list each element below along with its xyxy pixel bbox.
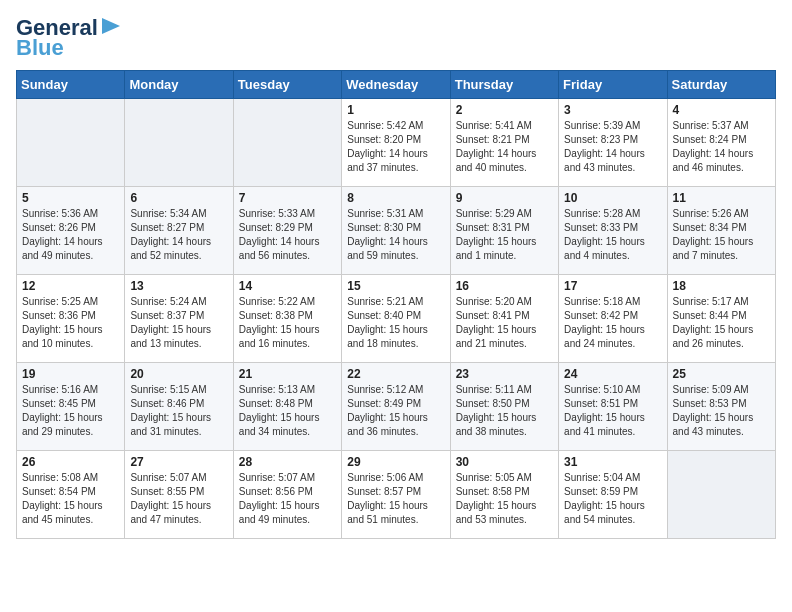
- day-number: 15: [347, 279, 444, 293]
- calendar-header-row: SundayMondayTuesdayWednesdayThursdayFrid…: [17, 71, 776, 99]
- cell-info: Sunrise: 5:28 AM Sunset: 8:33 PM Dayligh…: [564, 207, 661, 263]
- calendar-cell: 30Sunrise: 5:05 AM Sunset: 8:58 PM Dayli…: [450, 451, 558, 539]
- calendar-cell: 22Sunrise: 5:12 AM Sunset: 8:49 PM Dayli…: [342, 363, 450, 451]
- cell-info: Sunrise: 5:06 AM Sunset: 8:57 PM Dayligh…: [347, 471, 444, 527]
- page-header: General Blue: [16, 16, 776, 60]
- calendar-cell: [125, 99, 233, 187]
- cell-info: Sunrise: 5:37 AM Sunset: 8:24 PM Dayligh…: [673, 119, 770, 175]
- calendar-cell: 4Sunrise: 5:37 AM Sunset: 8:24 PM Daylig…: [667, 99, 775, 187]
- calendar-week-row: 5Sunrise: 5:36 AM Sunset: 8:26 PM Daylig…: [17, 187, 776, 275]
- cell-info: Sunrise: 5:25 AM Sunset: 8:36 PM Dayligh…: [22, 295, 119, 351]
- calendar-cell: 7Sunrise: 5:33 AM Sunset: 8:29 PM Daylig…: [233, 187, 341, 275]
- day-number: 12: [22, 279, 119, 293]
- calendar-cell: 19Sunrise: 5:16 AM Sunset: 8:45 PM Dayli…: [17, 363, 125, 451]
- calendar-cell: 20Sunrise: 5:15 AM Sunset: 8:46 PM Dayli…: [125, 363, 233, 451]
- day-number: 16: [456, 279, 553, 293]
- day-number: 19: [22, 367, 119, 381]
- calendar-cell: 28Sunrise: 5:07 AM Sunset: 8:56 PM Dayli…: [233, 451, 341, 539]
- cell-info: Sunrise: 5:04 AM Sunset: 8:59 PM Dayligh…: [564, 471, 661, 527]
- cell-info: Sunrise: 5:07 AM Sunset: 8:55 PM Dayligh…: [130, 471, 227, 527]
- calendar-cell: 10Sunrise: 5:28 AM Sunset: 8:33 PM Dayli…: [559, 187, 667, 275]
- day-number: 11: [673, 191, 770, 205]
- calendar-week-row: 12Sunrise: 5:25 AM Sunset: 8:36 PM Dayli…: [17, 275, 776, 363]
- cell-info: Sunrise: 5:13 AM Sunset: 8:48 PM Dayligh…: [239, 383, 336, 439]
- day-number: 21: [239, 367, 336, 381]
- day-number: 27: [130, 455, 227, 469]
- calendar-cell: 9Sunrise: 5:29 AM Sunset: 8:31 PM Daylig…: [450, 187, 558, 275]
- day-header-tuesday: Tuesday: [233, 71, 341, 99]
- svg-marker-0: [102, 18, 120, 34]
- day-header-sunday: Sunday: [17, 71, 125, 99]
- logo-text-blue: Blue: [16, 36, 64, 60]
- cell-info: Sunrise: 5:39 AM Sunset: 8:23 PM Dayligh…: [564, 119, 661, 175]
- calendar-cell: 8Sunrise: 5:31 AM Sunset: 8:30 PM Daylig…: [342, 187, 450, 275]
- cell-info: Sunrise: 5:08 AM Sunset: 8:54 PM Dayligh…: [22, 471, 119, 527]
- cell-info: Sunrise: 5:18 AM Sunset: 8:42 PM Dayligh…: [564, 295, 661, 351]
- calendar-cell: 26Sunrise: 5:08 AM Sunset: 8:54 PM Dayli…: [17, 451, 125, 539]
- calendar-cell: [17, 99, 125, 187]
- day-number: 1: [347, 103, 444, 117]
- cell-info: Sunrise: 5:05 AM Sunset: 8:58 PM Dayligh…: [456, 471, 553, 527]
- cell-info: Sunrise: 5:26 AM Sunset: 8:34 PM Dayligh…: [673, 207, 770, 263]
- calendar-cell: 29Sunrise: 5:06 AM Sunset: 8:57 PM Dayli…: [342, 451, 450, 539]
- day-number: 10: [564, 191, 661, 205]
- cell-info: Sunrise: 5:16 AM Sunset: 8:45 PM Dayligh…: [22, 383, 119, 439]
- day-header-wednesday: Wednesday: [342, 71, 450, 99]
- calendar-cell: 5Sunrise: 5:36 AM Sunset: 8:26 PM Daylig…: [17, 187, 125, 275]
- day-number: 3: [564, 103, 661, 117]
- day-number: 2: [456, 103, 553, 117]
- cell-info: Sunrise: 5:22 AM Sunset: 8:38 PM Dayligh…: [239, 295, 336, 351]
- cell-info: Sunrise: 5:17 AM Sunset: 8:44 PM Dayligh…: [673, 295, 770, 351]
- day-number: 29: [347, 455, 444, 469]
- calendar-cell: 6Sunrise: 5:34 AM Sunset: 8:27 PM Daylig…: [125, 187, 233, 275]
- cell-info: Sunrise: 5:12 AM Sunset: 8:49 PM Dayligh…: [347, 383, 444, 439]
- calendar-cell: 16Sunrise: 5:20 AM Sunset: 8:41 PM Dayli…: [450, 275, 558, 363]
- calendar-cell: 18Sunrise: 5:17 AM Sunset: 8:44 PM Dayli…: [667, 275, 775, 363]
- cell-info: Sunrise: 5:29 AM Sunset: 8:31 PM Dayligh…: [456, 207, 553, 263]
- day-number: 5: [22, 191, 119, 205]
- cell-info: Sunrise: 5:10 AM Sunset: 8:51 PM Dayligh…: [564, 383, 661, 439]
- day-number: 23: [456, 367, 553, 381]
- day-number: 20: [130, 367, 227, 381]
- cell-info: Sunrise: 5:09 AM Sunset: 8:53 PM Dayligh…: [673, 383, 770, 439]
- cell-info: Sunrise: 5:34 AM Sunset: 8:27 PM Dayligh…: [130, 207, 227, 263]
- cell-info: Sunrise: 5:15 AM Sunset: 8:46 PM Dayligh…: [130, 383, 227, 439]
- day-number: 9: [456, 191, 553, 205]
- cell-info: Sunrise: 5:24 AM Sunset: 8:37 PM Dayligh…: [130, 295, 227, 351]
- day-number: 22: [347, 367, 444, 381]
- day-header-saturday: Saturday: [667, 71, 775, 99]
- day-header-thursday: Thursday: [450, 71, 558, 99]
- day-number: 24: [564, 367, 661, 381]
- calendar-cell: 12Sunrise: 5:25 AM Sunset: 8:36 PM Dayli…: [17, 275, 125, 363]
- cell-info: Sunrise: 5:21 AM Sunset: 8:40 PM Dayligh…: [347, 295, 444, 351]
- day-number: 26: [22, 455, 119, 469]
- calendar-week-row: 26Sunrise: 5:08 AM Sunset: 8:54 PM Dayli…: [17, 451, 776, 539]
- calendar-table: SundayMondayTuesdayWednesdayThursdayFrid…: [16, 70, 776, 539]
- calendar-cell: 25Sunrise: 5:09 AM Sunset: 8:53 PM Dayli…: [667, 363, 775, 451]
- cell-info: Sunrise: 5:11 AM Sunset: 8:50 PM Dayligh…: [456, 383, 553, 439]
- cell-info: Sunrise: 5:36 AM Sunset: 8:26 PM Dayligh…: [22, 207, 119, 263]
- day-number: 8: [347, 191, 444, 205]
- day-number: 28: [239, 455, 336, 469]
- calendar-cell: 13Sunrise: 5:24 AM Sunset: 8:37 PM Dayli…: [125, 275, 233, 363]
- cell-info: Sunrise: 5:41 AM Sunset: 8:21 PM Dayligh…: [456, 119, 553, 175]
- logo: General Blue: [16, 16, 122, 60]
- day-header-friday: Friday: [559, 71, 667, 99]
- calendar-cell: 3Sunrise: 5:39 AM Sunset: 8:23 PM Daylig…: [559, 99, 667, 187]
- day-number: 31: [564, 455, 661, 469]
- calendar-cell: [233, 99, 341, 187]
- day-number: 13: [130, 279, 227, 293]
- calendar-cell: 23Sunrise: 5:11 AM Sunset: 8:50 PM Dayli…: [450, 363, 558, 451]
- calendar-cell: 11Sunrise: 5:26 AM Sunset: 8:34 PM Dayli…: [667, 187, 775, 275]
- calendar-cell: 21Sunrise: 5:13 AM Sunset: 8:48 PM Dayli…: [233, 363, 341, 451]
- calendar-week-row: 19Sunrise: 5:16 AM Sunset: 8:45 PM Dayli…: [17, 363, 776, 451]
- cell-info: Sunrise: 5:07 AM Sunset: 8:56 PM Dayligh…: [239, 471, 336, 527]
- calendar-cell: 31Sunrise: 5:04 AM Sunset: 8:59 PM Dayli…: [559, 451, 667, 539]
- day-number: 30: [456, 455, 553, 469]
- day-number: 14: [239, 279, 336, 293]
- logo-arrow-icon: [102, 16, 122, 36]
- calendar-cell: [667, 451, 775, 539]
- calendar-cell: 24Sunrise: 5:10 AM Sunset: 8:51 PM Dayli…: [559, 363, 667, 451]
- day-number: 7: [239, 191, 336, 205]
- calendar-cell: 15Sunrise: 5:21 AM Sunset: 8:40 PM Dayli…: [342, 275, 450, 363]
